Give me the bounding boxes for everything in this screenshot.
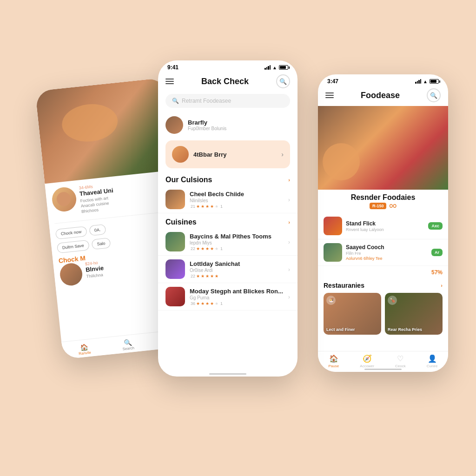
status-icons-center: ▲ <box>264 65 288 70</box>
hamburger-menu-icon-right[interactable] <box>325 93 334 98</box>
highlight-avatar <box>172 146 189 163</box>
nav-tab-cunire[interactable]: 👤 Cunire <box>427 354 438 368</box>
discover-nav-icon: 🧭 <box>363 354 372 363</box>
signal-icon <box>264 65 271 70</box>
list-sub-1: Nlinilsles <box>190 198 284 203</box>
section-header-1: Our Culsions › <box>158 171 298 186</box>
add-button-1[interactable]: Axc <box>428 222 443 230</box>
menu-thumb-1 <box>324 217 342 235</box>
nav-tab-accower[interactable]: 🧭 Accower <box>360 354 374 368</box>
list-sub-2: lepdn Miys <box>190 240 284 245</box>
battery-icon-right <box>430 79 439 84</box>
profile-nav-icon: 👤 <box>428 354 437 363</box>
list-name-2: Baycins & Mal Pithes Tooms <box>190 233 284 240</box>
signal-icon-right <box>415 79 421 84</box>
discount-percentage: 57% <box>431 269 443 276</box>
user-sub: Fup0lmber Bolunis <box>188 126 226 131</box>
app-title-right: Foodease <box>361 91 400 100</box>
battery-icon <box>279 65 288 70</box>
search-button-right[interactable]: 🔍 <box>427 88 441 102</box>
app-title-center: Back Check <box>201 77 249 86</box>
right-hero-image <box>318 106 448 190</box>
restaurant-badge-row: R-150 OO <box>318 203 448 213</box>
section-header-2: Cuisines › <box>158 213 298 228</box>
restaurant-grid: 🍜 Lect and Finer 🍗 Rear Recha Pries <box>318 291 448 337</box>
section-title-1: Our Culsions <box>165 176 212 184</box>
restaurant-name: Resnder Foodaies <box>318 190 448 203</box>
chock-now-button[interactable]: Chock now <box>55 226 87 239</box>
list-chevron-1: › <box>288 196 290 203</box>
highlight-card[interactable]: 4tBbar Brry › <box>165 140 290 168</box>
section-title-2: Cuisines <box>165 218 197 226</box>
right-phone: 3:47 ▲ Foodease 🔍 <box>318 74 448 372</box>
restaurant-card-2[interactable]: 🍗 Rear Recha Pries <box>385 293 443 335</box>
list-item-3[interactable]: Lottlday Sanichat Or0ise Ardi 22 ★ ★ ★ ★… <box>158 256 298 283</box>
hamburger-menu-icon[interactable] <box>165 79 174 84</box>
menu-item-sub-1: Rnvent luay Lalyoon <box>346 227 424 232</box>
left-card-1: 34-6Ms Thaveal Uni Foctios with art Anac… <box>51 176 173 224</box>
status-bar-right: 3:47 ▲ <box>318 74 448 86</box>
user-avatar <box>165 116 183 134</box>
add-button-2[interactable]: Ar <box>431 249 443 256</box>
menu-item-2[interactable]: Saayed Cooch Fliln Fre Aolurvn6 6lhley T… <box>318 239 448 266</box>
menu-item-sub2-2: Aolurvn6 6lhley Tee <box>346 256 428 261</box>
chevron-right-icon: › <box>281 151 284 158</box>
list-name-1: Cheel Becls Chiide <box>190 191 284 198</box>
list-name-4: Moday Stegph ant Blickes Ron... <box>190 288 284 295</box>
menu-item-1[interactable]: Stand Flick Rnvent luay Lalyoon Axc <box>318 213 448 239</box>
see-more-restaurants[interactable]: › <box>441 283 443 288</box>
list-thumb-2 <box>165 232 185 251</box>
status-time-right: 3:47 <box>327 78 338 85</box>
oa-button[interactable]: 0A. <box>89 224 106 236</box>
wifi-icon-right: ▲ <box>423 79 428 84</box>
wifi-icon: ▲ <box>272 65 277 70</box>
status-time-center: 9:41 <box>167 64 178 71</box>
list-thumb-4 <box>165 287 185 306</box>
dultrn-save-button[interactable]: Dultrn Save <box>57 240 90 253</box>
list-item-4[interactable]: Moday Stegph ant Blickes Ron... Gg Puma … <box>158 283 298 311</box>
nav-tab-label-ceock: Ceock <box>395 364 406 368</box>
list-name-3: Lottlday Sanichat <box>190 260 284 267</box>
search-button-center[interactable]: 🔍 <box>276 74 290 88</box>
nav-item-search[interactable]: 🔍 Search <box>122 338 135 351</box>
restaurant-badge: R-150 <box>370 203 387 209</box>
list-sub-4: Gg Puma <box>190 295 284 300</box>
section-header-restaurants: Restauranies › <box>318 278 448 291</box>
left-hero-image <box>35 78 174 184</box>
section-title-restaurants: Restauranies <box>324 282 364 289</box>
stars-2: 22 ★ ★ ★ ★ ★ 1 <box>190 246 284 251</box>
search-icon-center: 🔍 <box>172 98 179 104</box>
see-more-2[interactable]: › <box>288 219 290 225</box>
home-indicator-center <box>209 373 246 375</box>
list-item-1[interactable]: Cheel Becls Chiide Nlinilsles 21 ★ ★ ★ ★… <box>158 186 298 213</box>
restaurant-card-icon-2: 🍗 <box>388 296 397 305</box>
card-avatar-1 <box>51 186 78 212</box>
stars-4: 36 ★ ★ ★ ★ ★ 1 <box>190 301 284 306</box>
restaurant-card-label-2: Rear Recha Pries <box>388 327 422 332</box>
nav-tab-label-pause: Pause <box>329 364 339 368</box>
menu-item-name-2: Saayed Cooch <box>346 244 428 251</box>
stars-3: 22 ★ ★ ★ ★ ★ <box>190 274 284 278</box>
card-avatar-2 <box>59 262 84 287</box>
stars-1: 21 ★ ★ ★ ★ ★ 1 <box>190 204 284 209</box>
nav-tab-ceock[interactable]: ♡ Ceock <box>395 354 406 368</box>
app-header-right: Foodease 🔍 <box>318 86 448 106</box>
home-indicator-right <box>364 369 402 370</box>
user-name: Brarfly <box>188 119 226 126</box>
menu-item-sub-2: Fliln Fre <box>346 251 428 256</box>
salo-button[interactable]: Salo <box>91 238 111 250</box>
restaurant-card-1[interactable]: 🍜 Lect and Finer <box>324 293 381 335</box>
search-bar-center[interactable]: 🔍 Retramt Foodeasee <box>165 94 290 108</box>
see-more-1[interactable]: › <box>288 177 290 183</box>
status-bar-center: 9:41 ▲ <box>158 60 298 73</box>
app-header-center: Back Check 🔍 <box>158 73 298 92</box>
status-icons-right: ▲ <box>415 79 439 84</box>
menu-thumb-2 <box>324 243 342 262</box>
list-item-2[interactable]: Baycins & Mal Pithes Tooms lepdn Miys 22… <box>158 228 298 256</box>
nav-tab-pause[interactable]: 🏠 Pause <box>329 354 339 368</box>
heart-nav-icon: ♡ <box>397 354 403 363</box>
center-phone: 9:41 ▲ Back Check <box>158 60 298 377</box>
restaurant-card-label-1: Lect and Finer <box>326 327 355 332</box>
list-sub-3: Or0ise Ardi <box>190 268 284 273</box>
nav-item-home[interactable]: 🏠 Ranvile <box>78 343 91 356</box>
